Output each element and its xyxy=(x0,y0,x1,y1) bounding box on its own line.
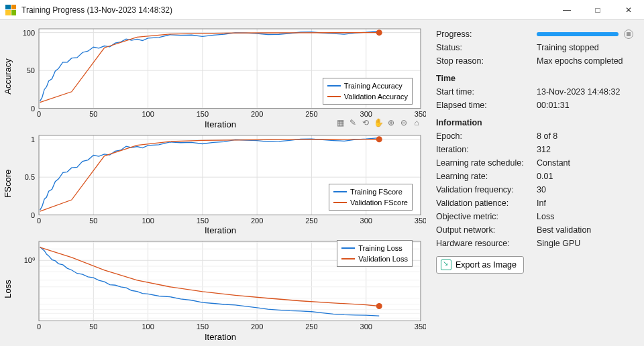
loss-xlabel: Iteration xyxy=(15,332,426,343)
fscore-plot-area[interactable]: 05010015020025030035000.51 xyxy=(15,130,426,226)
pan-icon[interactable]: ✋ xyxy=(373,118,384,127)
start-time-label: Start time: xyxy=(436,87,537,97)
svg-text:350: 350 xyxy=(415,110,426,118)
valfreq-label: Validation frequency: xyxy=(436,185,537,194)
svg-text:250: 250 xyxy=(305,323,317,331)
objective-value: Loss xyxy=(537,212,633,221)
iteration-label: Iteration: xyxy=(436,145,537,154)
svg-text:300: 300 xyxy=(360,323,372,331)
svg-text:1: 1 xyxy=(31,135,35,143)
close-button[interactable]: ✕ xyxy=(613,0,644,20)
content-area: Accuracy 050100150200250300350050100Trai… xyxy=(0,20,644,346)
fscore-ylabel: FScore xyxy=(0,130,15,237)
stop-reason-value: Max epochs completed xyxy=(537,56,633,66)
zoom-out-icon[interactable]: ⊖ xyxy=(398,118,409,127)
brush-icon[interactable]: ▦ xyxy=(335,118,345,127)
progress-label: Progress: xyxy=(436,30,537,39)
outnet-value: Best validation xyxy=(537,225,633,235)
loss-chart: Loss 05010015020025030035010⁰Training Lo… xyxy=(0,236,426,343)
lr-label: Learning rate: xyxy=(436,172,537,181)
svg-text:0: 0 xyxy=(37,216,41,224)
maximize-button[interactable]: □ xyxy=(582,0,613,20)
svg-text:250: 250 xyxy=(305,216,317,224)
svg-text:200: 200 xyxy=(251,216,263,224)
svg-text:50: 50 xyxy=(89,323,97,331)
svg-text:350: 350 xyxy=(415,323,426,331)
svg-point-49 xyxy=(376,136,382,142)
svg-text:100: 100 xyxy=(142,110,154,118)
fscore-xlabel: Iteration xyxy=(15,225,426,236)
svg-text:0: 0 xyxy=(37,323,41,331)
svg-text:250: 250 xyxy=(305,110,317,118)
svg-text:150: 150 xyxy=(197,323,209,331)
lr-schedule-value: Constant xyxy=(537,158,633,168)
info-header: Information xyxy=(436,118,633,127)
accuracy-legend: Training AccuracyValidation Accuracy xyxy=(323,78,413,105)
valpat-label: Validation patience: xyxy=(436,198,537,208)
svg-text:150: 150 xyxy=(197,110,209,118)
svg-text:50: 50 xyxy=(89,110,97,118)
progress-bar xyxy=(537,32,619,36)
loss-ylabel: Loss xyxy=(0,236,15,343)
home-icon[interactable]: ⌂ xyxy=(411,118,422,127)
epoch-label: Epoch: xyxy=(436,131,537,141)
svg-text:200: 200 xyxy=(251,110,263,118)
svg-text:50: 50 xyxy=(89,216,97,224)
valpat-value: Inf xyxy=(537,198,633,208)
lr-schedule-label: Learning rate schedule: xyxy=(436,158,537,168)
info-sidebar: Progress: Status:Training stopped Stop r… xyxy=(429,20,644,346)
elapsed-time-value: 00:01:31 xyxy=(537,101,633,110)
stop-training-button[interactable] xyxy=(624,30,633,39)
time-header: Time xyxy=(436,74,633,83)
charts-panel: Accuracy 050100150200250300350050100Trai… xyxy=(0,20,429,346)
fscore-chart: FScore ▦ ✎ ⟲ ✋ ⊕ ⊖ ⌂ 0501001502002503003… xyxy=(0,130,426,237)
loss-legend: Training LossValidation Loss xyxy=(337,240,413,267)
status-value: Training stopped xyxy=(537,43,633,52)
datatips-icon[interactable]: ✎ xyxy=(347,118,358,127)
export-icon xyxy=(441,260,451,270)
lr-value: 0.01 xyxy=(537,172,633,181)
svg-text:100: 100 xyxy=(142,323,154,331)
progress-row: Progress: xyxy=(436,30,633,39)
objective-label: Objective metric: xyxy=(436,212,537,221)
svg-text:350: 350 xyxy=(415,216,426,224)
svg-text:200: 200 xyxy=(251,323,263,331)
svg-point-81 xyxy=(376,303,382,309)
svg-text:150: 150 xyxy=(197,216,209,224)
accuracy-chart: Accuracy 050100150200250300350050100Trai… xyxy=(0,23,426,130)
svg-text:10⁰: 10⁰ xyxy=(24,257,36,265)
axes-toolbar: ▦ ✎ ⟲ ✋ ⊕ ⊖ ⌂ xyxy=(335,118,422,127)
window-titlebar: Training Progress (13-Nov-2023 14:48:32)… xyxy=(0,0,644,20)
hw-value: Single GPU xyxy=(537,239,633,248)
svg-text:300: 300 xyxy=(360,216,372,224)
rotate-icon[interactable]: ⟲ xyxy=(360,118,371,127)
svg-text:100: 100 xyxy=(142,216,154,224)
export-image-button[interactable]: Export as Image xyxy=(436,256,524,274)
zoom-in-icon[interactable]: ⊕ xyxy=(386,118,396,127)
svg-text:50: 50 xyxy=(27,66,35,74)
app-logo-icon xyxy=(5,5,16,15)
svg-text:0: 0 xyxy=(31,105,35,113)
minimize-button[interactable]: — xyxy=(551,0,582,20)
iteration-value: 312 xyxy=(537,145,633,154)
stop-reason-label: Stop reason: xyxy=(436,56,537,66)
svg-text:100: 100 xyxy=(23,29,35,37)
epoch-value: 8 of 8 xyxy=(537,131,633,141)
window-title: Training Progress (13-Nov-2023 14:48:32) xyxy=(21,5,172,15)
valfreq-value: 30 xyxy=(537,185,633,194)
svg-text:0: 0 xyxy=(31,211,35,219)
start-time-value: 13-Nov-2023 14:48:32 xyxy=(537,87,633,97)
svg-text:300: 300 xyxy=(360,110,372,118)
hw-label: Hardware resource: xyxy=(436,239,537,248)
fscore-legend: Training FScoreValidation FScore xyxy=(329,184,413,211)
accuracy-ylabel: Accuracy xyxy=(0,23,15,130)
status-label: Status: xyxy=(436,43,537,52)
svg-point-24 xyxy=(376,30,382,36)
outnet-label: Output network: xyxy=(436,225,537,235)
svg-text:0.5: 0.5 xyxy=(25,173,35,181)
elapsed-time-label: Elapsed time: xyxy=(436,101,537,110)
svg-text:0: 0 xyxy=(37,110,41,118)
export-button-label: Export as Image xyxy=(455,260,517,270)
accuracy-plot-area[interactable]: 050100150200250300350050100 xyxy=(15,23,426,119)
